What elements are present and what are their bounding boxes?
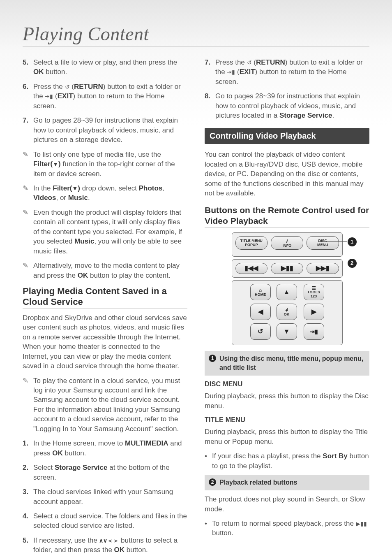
cloud-step-5: 5. If necessary, use the ∧∨＜＞ buttons to… xyxy=(23,536,187,555)
info-button: iINFO xyxy=(271,236,303,250)
cvp-paragraph: You can control the playback of video co… xyxy=(205,150,369,198)
step-7b: 7. Press the ↺ (RETURN) button to exit a… xyxy=(205,58,369,86)
note-alternative: ✎ Alternatively, move to the media conte… xyxy=(23,261,187,280)
heading-remote-buttons: Buttons on the Remote Control used for V… xyxy=(205,205,369,228)
dpad-arrows-icon: ∧∨＜＞ xyxy=(99,537,119,544)
disc-menu-heading: DISC MENU xyxy=(205,380,369,389)
note-cloud-login: ✎ To play the content in a cloud service… xyxy=(23,376,187,434)
left-arrow-button: ◀ xyxy=(250,304,271,320)
two-column-layout: 5. Select a file to view or play, and th… xyxy=(23,58,369,557)
cloud-step-1: 1. In the Home screen, move to MULTIMEDI… xyxy=(23,439,187,458)
playback-bullet: • To return to normal speed playback, pr… xyxy=(205,519,369,538)
step-7: 7. Go to pages 28~39 for instructions th… xyxy=(23,116,187,144)
callout-1-icon: 1 xyxy=(348,237,357,246)
exit-icon: ⇥▮ xyxy=(227,69,235,75)
note-icon: ✎ xyxy=(23,261,33,280)
right-column: 7. Press the ↺ (RETURN) button to exit a… xyxy=(205,58,369,557)
callout-2-header: 2 Playback related buttons xyxy=(205,475,369,490)
title-menu-heading: TITLE MENU xyxy=(205,415,369,425)
circle-1-icon: 1 xyxy=(209,355,216,362)
disc-menu-paragraph: During playback, press this button to di… xyxy=(205,391,369,411)
playback-paragraph: The product does not play sound in Searc… xyxy=(205,494,369,514)
play-pause-icon: ▶▮▮ xyxy=(356,520,367,527)
remote-top-panel: TITLE MENUPOPUP iINFO DISCMENU xyxy=(232,232,343,257)
title-menu-bullet: • If your disc has a playlist, press the… xyxy=(205,451,369,471)
note-filter-select: ✎ In the Filter(▼) drop down, select Pho… xyxy=(23,183,187,203)
cloud-step-4: 4. Select a cloud service. The folders a… xyxy=(23,511,187,531)
note-music-only: ✎ Even though the product will display f… xyxy=(23,208,187,256)
cloud-step-2: 2. Select Storage Service at the bottom … xyxy=(23,463,187,482)
home-button: ⌂HOME xyxy=(250,284,271,300)
note-icon: ✎ xyxy=(23,183,33,203)
callout-2-icon: 2 xyxy=(348,259,357,268)
callout-line-1 xyxy=(318,241,347,242)
step-5: 5. Select a file to view or play, and th… xyxy=(23,58,187,77)
cloud-step-3: 3. The cloud services linked with your S… xyxy=(23,487,187,506)
section-controlling-video: Controlling Video Playback xyxy=(205,128,369,144)
disc-menu-button: DISCMENU xyxy=(307,236,339,250)
callout-1-header: 1 Using the disc menu, title menu, popup… xyxy=(205,351,369,376)
note-icon: ✎ xyxy=(23,376,33,434)
exit-button: ⇥▮ xyxy=(304,323,324,340)
remote-dpad-panel: ⌂HOME ▲ ☰TOOLS123 ◀ ↲OK ▶ ↺ ▼ ⇥▮ xyxy=(232,280,343,345)
exit-icon: ⇥▮ xyxy=(45,93,53,100)
play-pause-button: ▶▮▮ xyxy=(271,263,303,274)
step-8: 8. Go to pages 28~39 for instructions th… xyxy=(205,91,369,120)
note-icon: ✎ xyxy=(23,150,33,179)
remote-playback-panel: ▮◀◀ ▶▮▮ ▶▶▮ xyxy=(232,259,343,278)
cloud-paragraph: Dropbox and SkyDrive and other cloud ser… xyxy=(23,313,187,371)
right-arrow-button: ▶ xyxy=(304,304,324,320)
up-arrow-button: ▲ xyxy=(277,284,297,300)
filter-icon: ▼ xyxy=(53,161,58,167)
circle-2-icon: 2 xyxy=(209,478,216,486)
filter-icon: ▼ xyxy=(72,185,78,192)
tools-button: ☰TOOLS123 xyxy=(304,284,324,300)
return-button: ↺ xyxy=(250,323,271,340)
remote-diagram: TITLE MENUPOPUP iINFO DISCMENU ▮◀◀ ▶▮▮ ▶… xyxy=(205,232,369,345)
step-6: 6. Press the ↺ (RETURN) button to exit a… xyxy=(23,82,187,111)
heading-cloud-service: Playing Media Content Saved in a Cloud S… xyxy=(23,286,187,309)
note-filter: ✎ To list only one type of media file, u… xyxy=(23,150,187,179)
skip-back-button: ▮◀◀ xyxy=(235,263,268,274)
callout-line-2 xyxy=(321,263,347,263)
manual-page: Playing Content 5. Select a file to view… xyxy=(0,0,392,557)
return-icon: ↺ xyxy=(247,59,252,66)
title-menu-button: TITLE MENUPOPUP xyxy=(235,236,268,250)
note-icon: ✎ xyxy=(23,208,33,256)
page-title: Playing Content xyxy=(23,23,369,47)
skip-forward-button: ▶▶▮ xyxy=(307,263,339,274)
ok-button: ↲OK xyxy=(277,304,297,320)
down-arrow-button: ▼ xyxy=(277,323,297,340)
title-menu-paragraph: During playback, press this button to di… xyxy=(205,427,369,446)
return-icon: ↺ xyxy=(65,84,70,90)
left-column: 5. Select a file to view or play, and th… xyxy=(23,58,187,557)
